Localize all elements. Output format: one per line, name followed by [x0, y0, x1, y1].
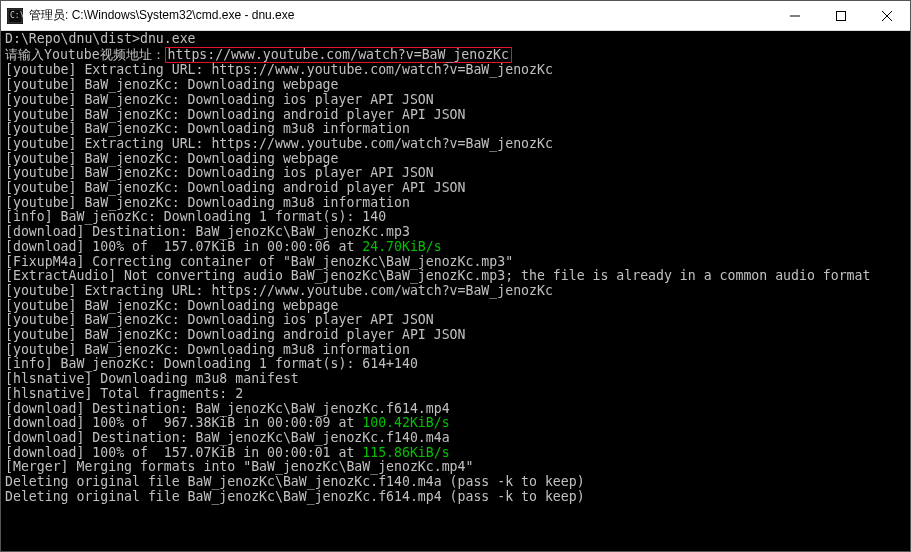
log-line: [hlsnative] Total fragments: 2 [5, 387, 910, 402]
terminal-output[interactable]: D:\Repo\dnu\dist>dnu.exe 请输入Youtube视频地址：… [1, 31, 910, 551]
svg-rect-4 [837, 11, 846, 20]
log-line: [info] BaW_jenozKc: Downloading 1 format… [5, 357, 910, 372]
titlebar[interactable]: C:\ 管理员: C:\Windows\System32\cmd.exe - d… [1, 1, 910, 31]
log-line: [youtube] BaW_jenozKc: Downloading andro… [5, 108, 910, 123]
input-url: https://www.youtube.com/watch?v=BaW_jeno… [168, 47, 509, 62]
log-line: Deleting original file BaW_jenozKc\BaW_j… [5, 475, 910, 490]
log-line: [youtube] Extracting URL: https://www.yo… [5, 137, 910, 152]
log-line: [info] BaW_jenozKc: Downloading 1 format… [5, 210, 910, 225]
log-line: [youtube] BaW_jenozKc: Downloading webpa… [5, 299, 910, 314]
cmd-icon: C:\ [7, 8, 23, 24]
log-line: [download] 100% of 157.07KiB in 00:00:01… [5, 446, 910, 461]
log-line: Deleting original file BaW_jenozKc\BaW_j… [5, 490, 910, 505]
input-line: 请输入Youtube视频地址：https://www.youtube.com/w… [5, 47, 910, 64]
log-line: [hlsnative] Downloading m3u8 manifest [5, 372, 910, 387]
download-progress: [download] 100% of 157.07KiB in 00:00:06… [5, 239, 362, 254]
window-title: 管理员: C:\Windows\System32\cmd.exe - dnu.e… [29, 7, 772, 24]
download-speed: 100.42KiB/s [362, 415, 449, 430]
download-progress: [download] 100% of 157.07KiB in 00:00:01… [5, 445, 362, 460]
log-line: [download] Destination: BaW_jenozKc\BaW_… [5, 225, 910, 240]
log-line: [youtube] BaW_jenozKc: Downloading ios p… [5, 166, 910, 181]
log-line: [download] 100% of 967.38KiB in 00:00:09… [5, 416, 910, 431]
log-line: [download] Destination: BaW_jenozKc\BaW_… [5, 402, 910, 417]
input-prefix: 请输入Youtube视频地址： [5, 47, 165, 62]
close-button[interactable] [864, 1, 910, 30]
cmd-window: C:\ 管理员: C:\Windows\System32\cmd.exe - d… [0, 0, 911, 552]
download-progress: [download] 100% of 967.38KiB in 00:00:09… [5, 415, 362, 430]
log-line: [download] Destination: BaW_jenozKc\BaW_… [5, 431, 910, 446]
log-line: [download] 100% of 157.07KiB in 00:00:06… [5, 240, 910, 255]
titlebar-controls [772, 1, 910, 30]
log-line: [youtube] BaW_jenozKc: Downloading m3u8 … [5, 122, 910, 137]
log-line: [youtube] BaW_jenozKc: Downloading m3u8 … [5, 196, 910, 211]
prompt-line: D:\Repo\dnu\dist>dnu.exe [5, 32, 910, 47]
log-line: [youtube] BaW_jenozKc: Downloading ios p… [5, 313, 910, 328]
download-speed: 115.86KiB/s [362, 445, 449, 460]
log-line: [youtube] Extracting URL: https://www.yo… [5, 63, 910, 78]
log-line: [youtube] BaW_jenozKc: Downloading ios p… [5, 93, 910, 108]
minimize-button[interactable] [772, 1, 818, 30]
log-line: [ExtractAudio] Not converting audio BaW_… [5, 269, 910, 284]
log-line: [youtube] BaW_jenozKc: Downloading andro… [5, 328, 910, 343]
svg-text:C:\: C:\ [10, 11, 23, 20]
log-line: [FixupM4a] Correcting container of "BaW_… [5, 255, 910, 270]
log-line: [youtube] BaW_jenozKc: Downloading m3u8 … [5, 343, 910, 358]
maximize-button[interactable] [818, 1, 864, 30]
download-speed: 24.70KiB/s [362, 239, 441, 254]
input-url-box: https://www.youtube.com/watch?v=BaW_jeno… [165, 47, 512, 64]
log-line: [youtube] Extracting URL: https://www.yo… [5, 284, 910, 299]
log-line: [youtube] BaW_jenozKc: Downloading andro… [5, 181, 910, 196]
log-line: [youtube] BaW_jenozKc: Downloading webpa… [5, 78, 910, 93]
log-line: [Merger] Merging formats into "BaW_jenoz… [5, 460, 910, 475]
log-line: [youtube] BaW_jenozKc: Downloading webpa… [5, 152, 910, 167]
